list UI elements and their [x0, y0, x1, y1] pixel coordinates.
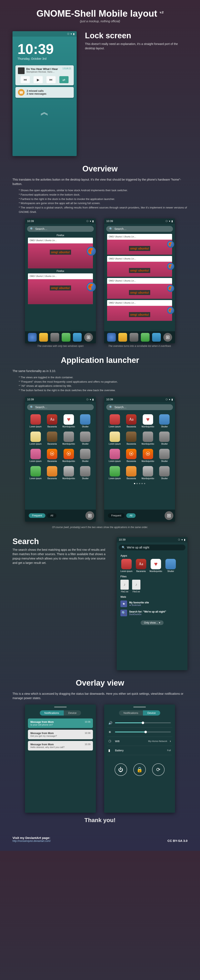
media-card[interactable]: Do You Hear What I Hear Stomptown Reviva…	[15, 65, 74, 85]
shuffle-button[interactable]: ⇄	[59, 76, 69, 83]
window-tile[interactable]: Firefox OMG! Ubuntu! | Ubuntu Lin…omg! u…	[28, 234, 93, 269]
tab-notifications[interactable]: Notifications	[40, 710, 64, 716]
app-item[interactable]: Shutter	[158, 431, 171, 445]
window-tile[interactable]: OMG! Ubuntu! | Ubuntu Lin…omg! ubuntu!	[107, 300, 172, 321]
app-result[interactable]: Shutter	[165, 559, 176, 573]
notification-item[interactable]: Message from MomIs your cell phone on?10…	[28, 719, 93, 728]
pill-frequent[interactable]: Frequent	[29, 513, 45, 518]
drag-handle[interactable]	[133, 706, 146, 708]
app-item[interactable]: AaBacarania	[125, 414, 138, 428]
window-tile[interactable]: OMG! Ubuntu! | Ubuntu Lin…omg! ubuntu!	[107, 278, 172, 299]
app-item[interactable]: Bacarania	[45, 431, 59, 445]
app-item[interactable]: Lorem ipsum	[29, 431, 43, 445]
dock-overview-button[interactable]	[165, 511, 173, 520]
app-item[interactable]: Shutter	[158, 414, 171, 428]
only-show-dropdown[interactable]: Only show… ▾	[141, 620, 163, 625]
drag-handle[interactable]	[54, 706, 67, 708]
dock-messages-icon[interactable]	[62, 333, 70, 342]
tab-notifications[interactable]: Notifications	[119, 710, 143, 716]
wifi-row[interactable]: ⚆ Wifi My-Home-Network ›	[107, 737, 172, 746]
app-result[interactable]: Lorem ipsum	[120, 559, 133, 573]
battery-row[interactable]: ▮ Battery Full	[107, 746, 172, 755]
file-result[interactable]: File3.txt	[132, 580, 141, 593]
web-result[interactable]: 🔍 Search for: "We're up all night"DuckDu…	[117, 608, 187, 617]
app-item[interactable]: Lorem ipsum	[108, 449, 122, 462]
search-input[interactable]: 🔍 We're up all night	[119, 544, 186, 550]
volume-row[interactable]: 🔊	[107, 719, 172, 728]
tab-device[interactable]: Device	[64, 710, 81, 716]
dock-phone-icon[interactable]	[152, 333, 161, 342]
app-item[interactable]: ♥Mumbojumbo	[62, 414, 76, 428]
search-input[interactable]: 🔍 Search…	[27, 404, 94, 410]
dock-overview-button[interactable]	[85, 511, 94, 520]
wifi-icon: ⚆	[165, 220, 168, 223]
prev-button[interactable]: ⏮	[21, 76, 30, 83]
search-input[interactable]: 🔍 Search…	[106, 404, 173, 410]
dock-files-icon[interactable]	[130, 333, 138, 342]
footer-url[interactable]: http://nsrosenqvist.deviantart.com/	[13, 840, 51, 842]
app-item[interactable]: ⦿Mumbojumbo	[62, 449, 76, 462]
dock-music-icon[interactable]	[39, 333, 48, 342]
unlock-chevron-icon[interactable]: ︽	[13, 106, 77, 118]
play-button[interactable]: ▶	[34, 76, 43, 83]
file-result[interactable]: File2.txt	[120, 580, 129, 593]
app-item[interactable]: Shutter	[78, 431, 92, 445]
notification-item[interactable]: Message from MomDid you get my message?1…	[28, 730, 93, 739]
app-item[interactable]: Lorem ipsum	[108, 431, 122, 445]
pill-all[interactable]: All	[126, 513, 136, 518]
search-input[interactable]: 🔍 Search…	[27, 226, 94, 232]
app-item[interactable]: Lorem ipsum	[29, 449, 43, 462]
app-item[interactable]: Lorem ipsum	[29, 414, 43, 428]
volume-slider[interactable]	[115, 722, 171, 723]
app-item[interactable]: Shutter	[78, 466, 92, 480]
pagination-dots[interactable]	[104, 482, 175, 485]
app-item[interactable]: ⦿Bacarania	[125, 449, 138, 462]
power-button[interactable]: ⏻	[115, 764, 127, 776]
next-button[interactable]: ⏭	[46, 76, 56, 83]
restart-button[interactable]: ⟳	[152, 764, 165, 776]
missed-calls-label: 2 missed calls	[27, 89, 46, 92]
dock-firefox-icon[interactable]	[107, 333, 116, 342]
window-tile[interactable]: OMG! Ubuntu! | Ubuntu Lin…omg! ubuntu!	[107, 256, 172, 277]
search-input[interactable]: 🔍 Search…	[106, 226, 173, 232]
dock-apps-button[interactable]	[163, 333, 172, 342]
pill-all[interactable]: All	[47, 513, 56, 518]
app-item[interactable]: ⦿Mumbojumbo	[141, 449, 155, 462]
dock-music-icon[interactable]	[118, 333, 127, 342]
brightness-row[interactable]: ☀	[107, 728, 172, 737]
app-item[interactable]: Shutter	[158, 466, 171, 480]
app-result[interactable]: ♥Mumbojumbo	[150, 559, 162, 573]
notification-item[interactable]: Message from MomHello dearest, why don't…	[28, 741, 93, 751]
app-item[interactable]: ♥Mumbojumbo	[141, 414, 155, 428]
app-item[interactable]: Mumbojumbo	[62, 431, 76, 445]
dock-firefox-icon[interactable]	[28, 333, 37, 342]
notification-card[interactable]: ☎ 2 missed calls 2 new messages	[15, 87, 74, 98]
app-item[interactable]: Bacarania	[45, 466, 59, 480]
app-item[interactable]: AaBacarania	[45, 414, 59, 428]
app-item[interactable]: ⦿Bacarania	[45, 449, 59, 462]
web-result[interactable]: ★ My favourite site★ Bookmark	[117, 599, 187, 608]
dock-phone-icon[interactable]	[73, 333, 82, 342]
app-item[interactable]: Mumbojumbo	[62, 466, 76, 480]
app-item[interactable]: Shutter	[78, 449, 92, 462]
pill-frequent[interactable]: Frequent	[108, 513, 125, 518]
app-item[interactable]: Lorem ipsum	[29, 466, 43, 480]
app-item[interactable]: Lorem ipsum	[108, 466, 122, 480]
lock-button[interactable]: 🔒	[133, 764, 146, 776]
window-tile[interactable]: OMG! Ubuntu! | Ubuntu Lin…omg! ubuntu!	[107, 234, 172, 255]
app-item[interactable]: Shutter	[78, 414, 92, 428]
brightness-slider[interactable]	[115, 732, 171, 732]
app-item[interactable]: Mumbojumbo	[141, 431, 155, 445]
dock-files-icon[interactable]	[50, 333, 59, 342]
app-item[interactable]: Mumbojumbo	[141, 466, 155, 480]
app-item[interactable]: Bacarania	[125, 431, 138, 445]
dock-messages-icon[interactable]	[141, 333, 150, 342]
app-item[interactable]: Shutter	[158, 449, 171, 462]
app-item[interactable]: Lorem ipsum	[108, 414, 122, 428]
tab-device[interactable]: Device	[143, 710, 160, 716]
app-result[interactable]: AaBacarania	[136, 559, 146, 573]
app-item[interactable]: Bacarania	[125, 466, 138, 480]
dock-apps-button[interactable]	[84, 333, 93, 342]
window-tile[interactable]: Firefox OMG! Ubuntu! | Ubuntu Lin…omg! u…	[28, 270, 93, 304]
app-icon	[80, 431, 90, 442]
